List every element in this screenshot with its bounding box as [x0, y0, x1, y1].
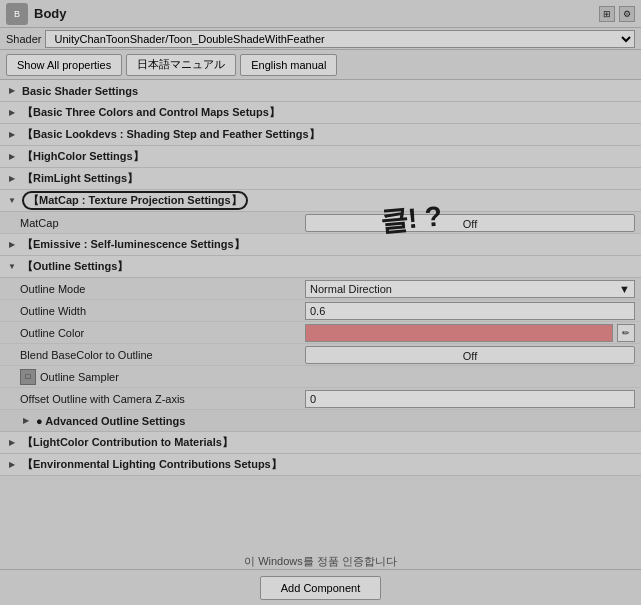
outline-width-value: 0.6	[305, 302, 635, 320]
section-title-emissive: 【Emissive : Self-luminescence Settings】	[22, 237, 245, 252]
outline-mode-arrow-icon: ▼	[619, 283, 630, 295]
matcap-prop-row: MatCap Off	[0, 212, 641, 234]
blend-basecolor-toggle[interactable]: Off	[305, 346, 635, 364]
matcap-oval-highlight: 【MatCap : Texture Projection Settings】	[22, 191, 248, 210]
section-title-outline: 【Outline Settings】	[22, 259, 128, 274]
japanese-manual-button[interactable]: 日本語マニュアル	[126, 54, 236, 76]
outline-mode-row: Outline Mode Normal Direction ▼	[0, 278, 641, 300]
outline-color-swatch[interactable]	[305, 324, 613, 342]
window-title: Body	[34, 6, 593, 21]
arrow-matcap: ▼	[6, 195, 18, 207]
section-emissive[interactable]: ▶ 【Emissive : Self-luminescence Settings…	[0, 234, 641, 256]
offset-outline-text: 0	[310, 393, 316, 405]
inspector-content: ▶ Basic Shader Settings ▶ 【Basic Three C…	[0, 80, 641, 569]
shader-row: Shader UnityChanToonShader/Toon_DoubleSh…	[0, 28, 641, 50]
outline-mode-text: Normal Direction	[310, 283, 392, 295]
add-component-button[interactable]: Add Component	[260, 576, 382, 600]
outline-color-value: ✏	[305, 324, 635, 342]
matcap-label: MatCap	[20, 217, 305, 229]
arrow-emissive: ▶	[6, 239, 18, 251]
section-basic-shader[interactable]: ▶ Basic Shader Settings	[0, 80, 641, 102]
section-outline[interactable]: ▼ 【Outline Settings】	[0, 256, 641, 278]
outline-sampler-label: Outline Sampler	[40, 371, 119, 383]
section-environmental[interactable]: ▶ 【Environmental Lighting Contributions …	[0, 454, 641, 476]
section-title-rimlight: 【RimLight Settings】	[22, 171, 138, 186]
section-lookdevs[interactable]: ▶ 【Basic Lookdevs : Shading Step and Fea…	[0, 124, 641, 146]
advanced-outline-title: ● Advanced Outline Settings	[36, 415, 185, 427]
outline-width-text: 0.6	[310, 305, 325, 317]
section-title-basic-shader: Basic Shader Settings	[22, 85, 138, 97]
outline-color-label: Outline Color	[20, 327, 305, 339]
outline-width-field[interactable]: 0.6	[305, 302, 635, 320]
section-rimlight[interactable]: ▶ 【RimLight Settings】	[0, 168, 641, 190]
offset-outline-value: 0	[305, 390, 635, 408]
arrow-highcolor: ▶	[6, 151, 18, 163]
outline-color-edit-icon[interactable]: ✏	[617, 324, 635, 342]
arrow-rimlight: ▶	[6, 173, 18, 185]
matcap-value-container: Off	[305, 214, 635, 232]
blend-basecolor-label: Blend BaseColor to Outline	[20, 349, 305, 361]
section-title-lookdevs: 【Basic Lookdevs : Shading Step and Feath…	[22, 127, 320, 142]
arrow-basic-shader: ▶	[6, 85, 18, 97]
arrow-three-colors: ▶	[6, 107, 18, 119]
offset-outline-field[interactable]: 0	[305, 390, 635, 408]
advanced-outline-section[interactable]: ▶ ● Advanced Outline Settings	[0, 410, 641, 432]
arrow-environmental: ▶	[6, 459, 18, 471]
section-title-highcolor: 【HighColor Settings】	[22, 149, 144, 164]
buttons-row: Show All properties 日本語マニュアル English man…	[0, 50, 641, 80]
section-highcolor[interactable]: ▶ 【HighColor Settings】	[0, 146, 641, 168]
matcap-toggle-button[interactable]: Off	[305, 214, 635, 232]
arrow-lookdevs: ▶	[6, 129, 18, 141]
outline-mode-dropdown[interactable]: Normal Direction ▼	[305, 280, 635, 298]
section-matcap[interactable]: ▼ 【MatCap : Texture Projection Settings】	[0, 190, 641, 212]
section-title-matcap: 【MatCap : Texture Projection Settings】	[22, 191, 248, 210]
section-three-colors[interactable]: ▶ 【Basic Three Colors and Control Maps S…	[0, 102, 641, 124]
settings-icon[interactable]: ⚙	[619, 6, 635, 22]
outline-mode-value: Normal Direction ▼	[305, 280, 635, 298]
section-title-lightcolor: 【LightColor Contribution to Materials】	[22, 435, 233, 450]
outline-width-row: Outline Width 0.6	[0, 300, 641, 322]
outline-sampler-row: □ Outline Sampler	[0, 366, 641, 388]
shader-select[interactable]: UnityChanToonShader/Toon_DoubleShadeWith…	[45, 30, 635, 48]
shader-label: Shader	[6, 33, 41, 45]
section-title-three-colors: 【Basic Three Colors and Control Maps Set…	[22, 105, 280, 120]
show-all-properties-button[interactable]: Show All properties	[6, 54, 122, 76]
bottom-bar: Add Component	[0, 569, 641, 605]
title-bar: B Body ⊞ ⚙	[0, 0, 641, 28]
blend-basecolor-value: Off	[305, 346, 635, 364]
arrow-lightcolor: ▶	[6, 437, 18, 449]
title-icon-group: ⊞ ⚙	[599, 6, 635, 22]
arrow-outline: ▼	[6, 261, 18, 273]
blend-basecolor-row: Blend BaseColor to Outline Off	[0, 344, 641, 366]
offset-outline-row: Offset Outline with Camera Z-axis 0	[0, 388, 641, 410]
grid-icon[interactable]: ⊞	[599, 6, 615, 22]
outline-color-row: Outline Color ✏	[0, 322, 641, 344]
english-manual-button[interactable]: English manual	[240, 54, 337, 76]
outline-width-label: Outline Width	[20, 305, 305, 317]
section-lightcolor[interactable]: ▶ 【LightColor Contribution to Materials】	[0, 432, 641, 454]
outline-mode-label: Outline Mode	[20, 283, 305, 295]
section-title-environmental: 【Environmental Lighting Contributions Se…	[22, 457, 282, 472]
arrow-advanced-outline: ▶	[20, 415, 32, 427]
outline-sampler-icon: □	[20, 369, 36, 385]
avatar: B	[6, 3, 28, 25]
offset-outline-label: Offset Outline with Camera Z-axis	[20, 393, 305, 405]
